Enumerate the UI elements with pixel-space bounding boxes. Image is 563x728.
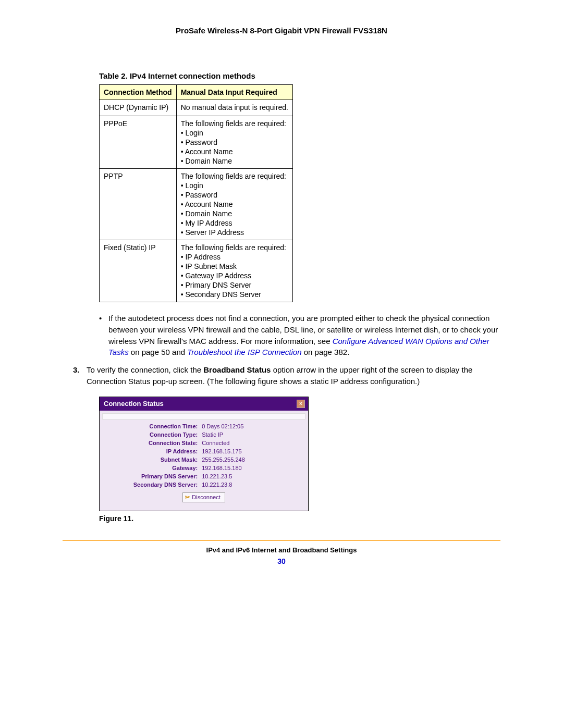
table-row: PPTPThe following fields are required:• … — [100, 169, 293, 240]
status-row: Connection Time:0 Days 02:12:05 — [102, 422, 305, 430]
required-field: • Gateway IP Address — [181, 272, 288, 280]
close-icon[interactable]: × — [297, 400, 305, 408]
text: on page 50 and — [129, 348, 188, 356]
popup-spacer — [102, 413, 305, 419]
required-field: • My IP Address — [181, 219, 288, 227]
required-field: • Account Name — [181, 147, 288, 156]
footer-rule — [63, 540, 500, 541]
bold-text: Broadband Status — [203, 365, 271, 374]
popup-titlebar: Connection Status × — [100, 397, 308, 411]
table-caption: Table 2. IPv4 Internet connection method… — [99, 71, 500, 80]
status-row: Connection Type:Static IP — [102, 430, 305, 439]
status-row: Primary DNS Server:10.221.23.5 — [102, 472, 305, 480]
status-value: 255.255.255.248 — [200, 455, 305, 464]
required-field: • IP Address — [181, 253, 288, 261]
step-number: 3. — [73, 364, 80, 376]
status-row: Gateway:192.168.15.180 — [102, 464, 305, 472]
autodetect-note: If the autodetect process does not find … — [99, 313, 500, 358]
status-value: 10.221.23.5 — [200, 472, 305, 480]
intro-text: No manual data input is required. — [181, 103, 288, 112]
text: To verify the connection, click the — [87, 365, 203, 374]
disconnect-button[interactable]: ✂Disconnect — [182, 492, 225, 502]
status-table: Connection Time:0 Days 02:12:05Connectio… — [102, 422, 305, 489]
required-field: • Password — [181, 138, 288, 146]
intro-text: The following fields are required: — [181, 119, 288, 128]
required-field: • Server IP Address — [181, 228, 288, 237]
footer-section: IPv4 and IPv6 Internet and Broadband Set… — [63, 546, 500, 554]
link-troubleshoot-isp[interactable]: Troubleshoot the ISP Connection — [187, 348, 301, 356]
required-field: • Domain Name — [181, 157, 288, 165]
status-label: Connection State: — [102, 439, 200, 447]
method-cell: PPTP — [100, 169, 177, 240]
text: on page 382. — [302, 348, 350, 356]
input-cell: The following fields are required:• IP A… — [176, 240, 292, 302]
status-label: Connection Time: — [102, 422, 200, 430]
disconnect-label: Disconnect — [192, 494, 220, 500]
document-header: ProSafe Wireless-N 8-Port Gigabit VPN Fi… — [63, 26, 500, 35]
connection-status-popup: Connection Status × Connection Time:0 Da… — [99, 397, 309, 511]
intro-text: The following fields are required: — [181, 243, 288, 252]
status-label: Subnet Mask: — [102, 455, 200, 464]
required-field: • Account Name — [181, 200, 288, 208]
required-field: • Secondary DNS Server — [181, 290, 288, 299]
input-cell: The following fields are required:• Logi… — [176, 169, 292, 240]
required-field: • Login — [181, 181, 288, 190]
figure-caption: Figure 11. — [99, 514, 500, 523]
disconnect-icon: ✂ — [185, 494, 190, 500]
status-label: Gateway: — [102, 464, 200, 472]
required-field: • IP Subnet Mask — [181, 262, 288, 270]
status-row: Connection State:Connected — [102, 439, 305, 447]
method-cell: PPPoE — [100, 116, 177, 169]
status-label: Primary DNS Server: — [102, 472, 200, 480]
status-row: IP Address:192.168.15.175 — [102, 447, 305, 455]
status-value: 10.221.23.8 — [200, 480, 305, 489]
required-field: • Login — [181, 129, 288, 137]
required-field: • Primary DNS Server — [181, 281, 288, 289]
status-value: Connected — [200, 439, 305, 447]
status-row: Secondary DNS Server:10.221.23.8 — [102, 480, 305, 489]
page-number: 30 — [63, 557, 500, 565]
connection-methods-table: Connection Method Manual Data Input Requ… — [99, 84, 293, 302]
method-cell: Fixed (Static) IP — [100, 240, 177, 302]
status-value: Static IP — [200, 430, 305, 439]
table-header-input: Manual Data Input Required — [176, 85, 292, 100]
popup-title: Connection Status — [104, 400, 164, 408]
status-label: Connection Type: — [102, 430, 200, 439]
table-header-method: Connection Method — [100, 85, 177, 100]
status-row: Subnet Mask:255.255.255.248 — [102, 455, 305, 464]
required-field: • Domain Name — [181, 209, 288, 218]
intro-text: The following fields are required: — [181, 172, 288, 180]
method-cell: DHCP (Dynamic IP) — [100, 100, 177, 116]
table-row: Fixed (Static) IPThe following fields ar… — [100, 240, 293, 302]
status-value: 192.168.15.175 — [200, 447, 305, 455]
status-value: 0 Days 02:12:05 — [200, 422, 305, 430]
input-cell: No manual data input is required. — [176, 100, 292, 116]
step-3: 3. To verify the connection, click the B… — [63, 364, 500, 387]
input-cell: The following fields are required:• Logi… — [176, 116, 292, 169]
status-label: IP Address: — [102, 447, 200, 455]
table-row: PPPoEThe following fields are required:•… — [100, 116, 293, 169]
status-label: Secondary DNS Server: — [102, 480, 200, 489]
required-field: • Password — [181, 191, 288, 199]
status-value: 192.168.15.180 — [200, 464, 305, 472]
table-row: DHCP (Dynamic IP)No manual data input is… — [100, 100, 293, 116]
